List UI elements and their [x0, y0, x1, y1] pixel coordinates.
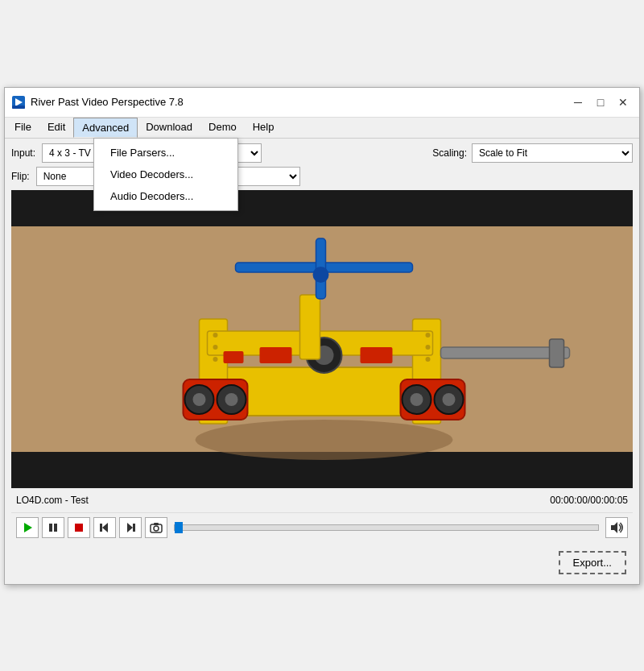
svg-point-25 — [313, 267, 329, 283]
svg-point-31 — [213, 333, 218, 338]
close-button[interactable]: ✕ — [613, 93, 633, 112]
maximize-button[interactable]: □ — [591, 93, 610, 112]
svg-rect-38 — [49, 524, 52, 532]
svg-point-33 — [213, 357, 218, 362]
svg-point-13 — [193, 393, 206, 406]
menu-bar: File Edit Advanced Download Demo Help Fi… — [5, 118, 639, 139]
pause-button[interactable] — [42, 517, 64, 538]
title-text: River Past Video Perspective 7.8 — [31, 96, 184, 108]
advanced-dropdown: File Parsers... Video Decoders... Audio … — [93, 138, 238, 211]
svg-rect-40 — [75, 524, 83, 532]
svg-rect-30 — [224, 351, 244, 363]
stop-icon — [73, 522, 85, 533]
svg-point-19 — [443, 393, 456, 406]
volume-icon — [609, 521, 624, 534]
title-controls: ─ □ ✕ — [568, 93, 633, 112]
flip-label: Flip: — [11, 171, 30, 182]
svg-point-46 — [154, 526, 159, 531]
menu-file[interactable]: File — [6, 118, 39, 138]
svg-rect-29 — [361, 347, 393, 363]
play-button[interactable] — [16, 517, 39, 538]
title-bar: River Past Video Perspective 7.8 ─ □ ✕ — [5, 88, 639, 118]
svg-rect-28 — [260, 347, 292, 363]
scaling-select[interactable]: Scale to Fit — [472, 143, 633, 163]
menu-advanced[interactable]: Advanced — [73, 118, 138, 138]
svg-point-32 — [213, 345, 218, 350]
minimize-button[interactable]: ─ — [568, 93, 588, 112]
status-left: LO4D.com - Test — [16, 495, 89, 506]
stop-button[interactable] — [68, 517, 90, 538]
svg-rect-27 — [550, 339, 564, 367]
svg-marker-48 — [611, 522, 617, 533]
export-row: Export... — [11, 546, 633, 579]
status-bar: LO4D.com - Test 00:00:00/00:00:05 — [11, 492, 633, 508]
status-right: 00:00:00/00:00:05 — [550, 495, 628, 506]
video-frame — [11, 190, 633, 488]
next-button[interactable] — [119, 517, 142, 538]
svg-rect-2 — [12, 106, 25, 109]
menu-demo[interactable]: Demo — [200, 118, 245, 138]
video-container — [11, 190, 633, 488]
svg-point-5 — [196, 420, 453, 460]
svg-rect-39 — [54, 524, 57, 532]
title-bar-left: River Past Video Perspective 7.8 — [11, 95, 184, 110]
playback-bar — [11, 512, 633, 542]
input-label: Input: — [11, 147, 35, 159]
menu-download[interactable]: Download — [138, 118, 200, 138]
dropdown-audio-decoders[interactable]: Audio Decoders... — [94, 185, 237, 207]
svg-rect-41 — [100, 524, 102, 532]
progress-thumb[interactable] — [175, 522, 183, 533]
prev-button[interactable] — [93, 517, 116, 538]
svg-marker-37 — [24, 523, 32, 532]
prev-icon — [99, 522, 110, 533]
svg-rect-43 — [133, 524, 135, 532]
svg-rect-47 — [154, 523, 159, 525]
svg-marker-42 — [102, 523, 108, 532]
dropdown-video-decoders[interactable]: Video Decoders... — [94, 164, 237, 185]
scaling-label: Scaling: — [432, 147, 467, 159]
camera-icon — [150, 522, 163, 533]
export-button[interactable]: Export... — [559, 551, 626, 574]
svg-point-35 — [426, 345, 431, 350]
dropdown-file-parsers[interactable]: File Parsers... — [94, 142, 237, 164]
progress-bar[interactable] — [174, 524, 599, 531]
main-window: River Past Video Perspective 7.8 ─ □ ✕ F… — [4, 87, 640, 585]
menu-help[interactable]: Help — [245, 118, 283, 138]
next-icon — [125, 522, 136, 533]
menu-edit[interactable]: Edit — [39, 118, 73, 138]
app-icon — [11, 95, 26, 110]
pause-icon — [47, 522, 59, 533]
volume-button[interactable] — [605, 517, 628, 538]
snapshot-button[interactable] — [145, 517, 167, 538]
svg-point-36 — [426, 357, 431, 362]
svg-point-18 — [411, 393, 423, 406]
svg-rect-22 — [300, 295, 320, 359]
svg-marker-44 — [127, 523, 133, 532]
play-icon — [22, 522, 33, 533]
svg-point-34 — [426, 333, 431, 338]
svg-point-14 — [225, 393, 238, 406]
